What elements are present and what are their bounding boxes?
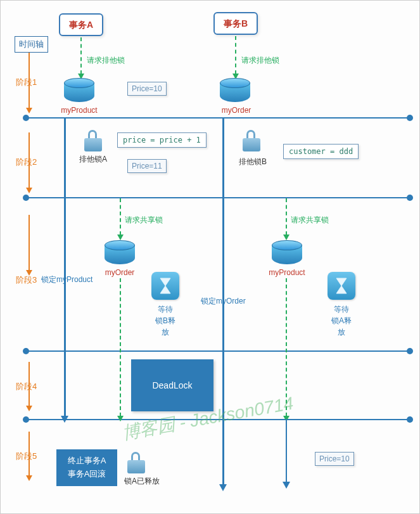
db-myorder-1-label: myOrder	[211, 106, 262, 115]
deadlock-diagram: 事务A 事务B 时间轴 阶段1 阶段2 阶段3 阶段4 阶段5 请求排他锁 请求…	[0, 0, 420, 514]
locked-product-label: 锁定myProduct	[41, 274, 92, 285]
hourglass-b-icon	[328, 272, 355, 300]
db-myproduct-1	[64, 78, 94, 105]
terminate-box: 终止事务A事务A回滚	[56, 449, 117, 486]
req-share-b-label: 请求共享锁	[291, 215, 329, 226]
hline-1	[26, 117, 410, 119]
req-exlock-a-label: 请求排他锁	[87, 55, 125, 66]
locked-order-label: 锁定myOrder	[201, 296, 246, 307]
lane-a-main	[64, 117, 66, 416]
wait-a-text: 等待锁B释放	[150, 304, 181, 338]
time-axis-seg3	[29, 215, 30, 271]
req-share-b-arrow	[286, 198, 287, 235]
transaction-b-box: 事务B	[213, 12, 258, 35]
price-10-box-2: Price=10	[315, 452, 354, 466]
db-myproduct-1-label: myProduct	[54, 106, 105, 115]
hline-4	[26, 419, 410, 420]
db-myorder-1	[220, 78, 250, 105]
deadlock-box: DeadLock	[131, 359, 213, 411]
lock-a-label: 排他锁A	[74, 154, 112, 165]
req-exlock-b-label: 请求排他锁	[241, 55, 279, 66]
code-inc-price: price = price + 1	[117, 132, 207, 148]
req-exlock-b-arrow	[235, 36, 236, 74]
phase-2-label: 阶段2	[16, 157, 37, 168]
phase-3-label: 阶段3	[16, 274, 37, 286]
req-share-a-arrow	[120, 198, 121, 235]
wait-b-text: 等待锁A释放	[326, 304, 357, 338]
lane-b-cont	[286, 419, 287, 482]
lock-icon-b	[243, 130, 260, 151]
price-10-box-1: Price=10	[127, 82, 167, 96]
hline-3	[26, 350, 410, 352]
req-share-a-label: 请求共享锁	[125, 215, 163, 226]
time-axis-label: 时间轴	[15, 36, 48, 53]
green-a-cont	[120, 278, 121, 416]
code-customer: customer = ddd	[283, 144, 359, 159]
phase-1-label: 阶段1	[16, 77, 37, 88]
db-myorder-2	[105, 240, 135, 267]
phase-4-label: 阶段4	[16, 381, 37, 392]
db-myproduct-2	[272, 240, 302, 267]
db-myorder-2-label: myOrder	[94, 268, 145, 277]
lock-released-label: 锁A已释放	[120, 476, 164, 487]
transaction-a-box: 事务A	[59, 13, 103, 36]
lock-b-label: 排他锁B	[234, 157, 272, 167]
hline-2	[26, 197, 410, 198]
green-b-cont	[286, 278, 287, 416]
hourglass-a-icon	[151, 272, 179, 300]
lock-icon-a	[84, 130, 102, 151]
lock-icon-released	[127, 452, 145, 473]
req-exlock-a-arrow	[80, 37, 82, 74]
price-11-box: Price=11	[127, 159, 167, 173]
db-myproduct-2-label: myProduct	[262, 268, 312, 277]
phase-5-label: 阶段5	[16, 451, 37, 462]
